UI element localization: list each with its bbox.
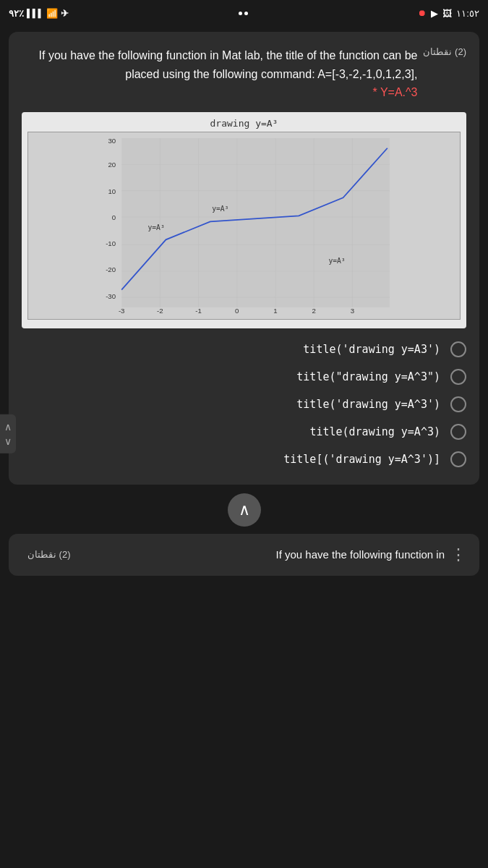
svg-text:2: 2 bbox=[312, 307, 316, 315]
dot2 bbox=[244, 12, 248, 15]
wifi-icon: 📶 bbox=[46, 8, 58, 19]
option-2[interactable]: title("drawing y=A^3") bbox=[22, 369, 466, 385]
next-card-expand-icon[interactable]: ⋮ bbox=[450, 545, 466, 564]
svg-text:-3: -3 bbox=[119, 307, 125, 315]
question-card: ∧ ∨ If you have the following function i… bbox=[9, 32, 479, 485]
signal-icon: ▌▌▌ bbox=[27, 9, 43, 17]
svg-text:3: 3 bbox=[351, 307, 354, 315]
option-1-text: title('drawing y=A3') bbox=[303, 343, 440, 356]
battery-icon: ٩٢٪ bbox=[9, 8, 24, 19]
next-question-text: If you have the following function in bbox=[71, 548, 445, 561]
option-1-radio[interactable] bbox=[450, 341, 466, 357]
nav-down-arrow[interactable]: ∨ bbox=[4, 435, 12, 448]
collapse-button-container: ∧ bbox=[0, 493, 488, 527]
time-display: ١١:٥٢ bbox=[456, 8, 479, 19]
option-4-text: title(drawing y=A^3) bbox=[309, 425, 440, 438]
status-dots bbox=[239, 12, 248, 15]
chart-title: drawing y=A³ bbox=[27, 118, 461, 129]
option-3-radio[interactable] bbox=[450, 396, 466, 412]
option-5[interactable]: title[('drawing y=A^3')] bbox=[22, 451, 466, 467]
svg-text:10: 10 bbox=[108, 187, 116, 195]
question-body: If you have the following function in Ma… bbox=[22, 46, 417, 102]
option-3[interactable]: title('drawing y=A^3') bbox=[22, 396, 466, 412]
record-icon: ⏺ bbox=[418, 8, 427, 18]
option-2-text: title("drawing y=A^3") bbox=[296, 370, 440, 383]
svg-text:30: 30 bbox=[108, 136, 116, 144]
option-1[interactable]: title('drawing y=A3') bbox=[22, 341, 466, 357]
svg-text:y=A³: y=A³ bbox=[328, 257, 345, 265]
collapse-button[interactable]: ∧ bbox=[228, 493, 261, 527]
option-4-radio[interactable] bbox=[450, 424, 466, 440]
airplane-icon: ✈ bbox=[61, 8, 69, 19]
navigation-icon: ▶ bbox=[431, 8, 438, 19]
svg-text:20: 20 bbox=[108, 161, 116, 169]
option-5-radio[interactable] bbox=[450, 451, 466, 467]
status-right: ⏺ ▶ 🖼 ١١:٥٢ bbox=[418, 8, 479, 19]
chevron-up-icon: ∧ bbox=[239, 501, 250, 519]
next-question-card[interactable]: (2) نقطتان If you have the following fun… bbox=[9, 534, 479, 576]
option-3-text: title('drawing y=A^3') bbox=[296, 398, 440, 411]
svg-text:y=A³: y=A³ bbox=[212, 205, 228, 213]
next-question-points: (2) نقطتان bbox=[27, 549, 71, 560]
points-badge: (2) نقطتان bbox=[423, 46, 466, 57]
chart-container: drawing y=A³ 30 20 10 0 -10 -20 bbox=[22, 112, 466, 328]
status-bar: ٩٢٪ ▌▌▌ 📶 ✈ ⏺ ▶ 🖼 ١١:٥٢ bbox=[0, 0, 488, 26]
nav-up-arrow[interactable]: ∧ bbox=[4, 420, 12, 433]
chart-svg: 30 20 10 0 -10 -20 -30 -3 -2 -1 0 1 2 3 bbox=[27, 132, 461, 320]
side-navigation[interactable]: ∧ ∨ bbox=[0, 414, 16, 454]
image-icon: 🖼 bbox=[442, 8, 452, 19]
option-2-radio[interactable] bbox=[450, 369, 466, 385]
svg-text:0: 0 bbox=[235, 307, 239, 315]
options-list: title('drawing y=A3') title("drawing y=A… bbox=[22, 341, 466, 467]
svg-rect-0 bbox=[121, 138, 390, 307]
dot1 bbox=[239, 12, 242, 15]
svg-text:-30: -30 bbox=[106, 292, 116, 300]
svg-text:y=A³: y=A³ bbox=[147, 224, 164, 231]
question-text-main: If you have the following function in Ma… bbox=[39, 49, 418, 80]
svg-text:-1: -1 bbox=[195, 307, 202, 315]
question-formula: * Y=A.^3 bbox=[373, 86, 418, 98]
status-left: ٩٢٪ ▌▌▌ 📶 ✈ bbox=[9, 8, 69, 19]
svg-text:-2: -2 bbox=[157, 307, 163, 315]
option-4[interactable]: title(drawing y=A^3) bbox=[22, 424, 466, 440]
svg-text:-10: -10 bbox=[106, 239, 116, 247]
svg-text:0: 0 bbox=[112, 213, 116, 221]
svg-text:1: 1 bbox=[273, 307, 277, 315]
svg-text:-20: -20 bbox=[106, 265, 116, 273]
question-header: If you have the following function in Ma… bbox=[22, 46, 466, 102]
option-5-text: title[('drawing y=A^3')] bbox=[283, 453, 440, 466]
